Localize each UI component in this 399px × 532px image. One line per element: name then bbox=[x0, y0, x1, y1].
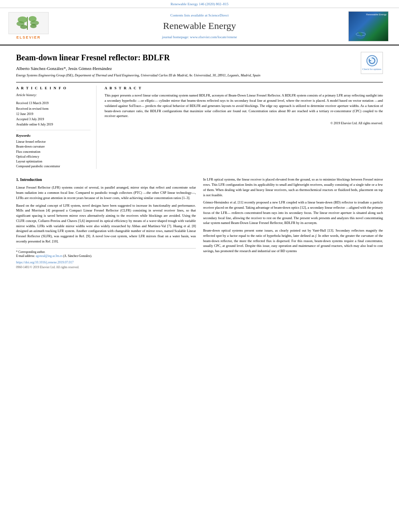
body-para-2: Based on the original concept of LFR sys… bbox=[16, 203, 196, 244]
keyword-4: Optical efficiency bbox=[16, 154, 90, 159]
body-para-1: Linear Fresnel Reflector (LFR) systems c… bbox=[16, 185, 196, 200]
abstract-text: This paper presents a novel linear solar… bbox=[105, 93, 383, 119]
article-history-label: Article history: bbox=[16, 93, 90, 98]
issn-text: 0960-1481/© 2019 Elsevier Ltd. All right… bbox=[16, 265, 196, 270]
doi-anchor[interactable]: https://doi.org/10.1016/j.renene.2019.07… bbox=[16, 261, 74, 264]
body-section: 1. Introduction Linear Fresnel Reflector… bbox=[0, 173, 399, 273]
science-direct-anchor[interactable]: ScienceDirect bbox=[208, 13, 228, 17]
journal-title: Renewable Energy bbox=[55, 19, 344, 33]
body-para-5: Beam-down optical systems present some i… bbox=[203, 228, 383, 254]
article-info-heading: A R T I C L E I N F O bbox=[16, 86, 90, 91]
svg-point-6 bbox=[30, 24, 37, 28]
copyright-text: © 2019 Elsevier Ltd. All rights reserved… bbox=[105, 121, 383, 125]
paper-affiliation: Energy Systems Engineering Group (ISE), … bbox=[16, 73, 383, 78]
science-direct-link[interactable]: Contents lists available at ScienceDirec… bbox=[55, 13, 344, 18]
cover-title-text: Renewable Energy bbox=[366, 13, 387, 16]
check-updates-badge[interactable]: Check for updates bbox=[361, 52, 383, 74]
body-right-column: In LFR optical systems, the linear recei… bbox=[203, 177, 383, 269]
intro-heading: 1. Introduction bbox=[16, 177, 196, 183]
keywords-heading: Keywords: bbox=[16, 134, 90, 138]
body-para-4: Gómez-Hernández et al. [11] recently pro… bbox=[203, 200, 383, 226]
abstract-column: A B S T R A C T This paper presents a no… bbox=[105, 86, 383, 169]
paper-authors: Alberto Sánchez-González*, Jesús Gómez-H… bbox=[16, 66, 383, 72]
svg-point-5 bbox=[20, 25, 27, 29]
homepage-url[interactable]: www.elsevier.com/locate/renene bbox=[190, 35, 237, 39]
paper-area: Check for updates Beam-down linear Fresn… bbox=[0, 45, 399, 173]
keyword-2: Beam-down curvature bbox=[16, 144, 90, 149]
keyword-5: Layout optimization bbox=[16, 159, 90, 164]
elsevier-tree-logo bbox=[8, 12, 49, 34]
revised-label: Received in revised form bbox=[16, 107, 90, 111]
available-date: Available online 6 July 2019 bbox=[16, 122, 90, 127]
footnote-corresponding: * Corresponding author. bbox=[16, 250, 196, 255]
keywords-list: Linear fresnel reflector Beam-down curva… bbox=[16, 140, 90, 168]
homepage-label: journal homepage: bbox=[162, 35, 189, 39]
journal-cover-image: Renewable Energy bbox=[348, 11, 389, 41]
keywords-divider bbox=[16, 130, 90, 130]
elsevier-logo: ELSEVIER bbox=[6, 12, 51, 40]
paper-title: Beam-down linear Fresnel reflector: BDLF… bbox=[16, 52, 383, 63]
footnote-email-link[interactable]: agonzal@ing.uc3m.es bbox=[36, 254, 62, 258]
keyword-1: Linear fresnel reflector bbox=[16, 140, 90, 144]
elsevier-logo-area: ELSEVIER bbox=[6, 12, 51, 40]
check-updates-label: Check for updates bbox=[362, 67, 381, 71]
footnote-email: E-mail address: agonzal@ing.uc3m.es (A. … bbox=[16, 254, 196, 259]
journal-homepage: journal homepage: www.elsevier.com/locat… bbox=[55, 35, 344, 40]
article-info-column: A R T I C L E I N F O Article history: R… bbox=[16, 86, 97, 169]
received-date: Received 13 March 2019 bbox=[16, 101, 90, 105]
contents-text: Contents lists available at bbox=[171, 13, 208, 17]
accepted-date: Accepted 3 July 2019 bbox=[16, 117, 90, 121]
journal-cover-area: Renewable Energy bbox=[348, 11, 393, 41]
journal-title-area: Contents lists available at ScienceDirec… bbox=[55, 13, 344, 40]
article-info-abstract-section: A R T I C L E I N F O Article history: R… bbox=[16, 82, 383, 169]
journal-citation-text: Renewable Energy 146 (2020) 802–815 bbox=[171, 2, 228, 6]
journal-header: ELSEVIER Contents lists available at Sci… bbox=[0, 8, 399, 45]
elsevier-wordmark: ELSEVIER bbox=[16, 35, 41, 40]
revised-date: 12 June 2019 bbox=[16, 112, 90, 116]
doi-link[interactable]: https://doi.org/10.1016/j.renene.2019.07… bbox=[16, 260, 196, 265]
body-left-column: 1. Introduction Linear Fresnel Reflector… bbox=[16, 177, 196, 269]
article-dates: Received 13 March 2019 Received in revis… bbox=[16, 101, 90, 127]
footnote-section: * Corresponding author. E-mail address: … bbox=[16, 248, 196, 259]
svg-point-9 bbox=[367, 55, 377, 66]
keyword-6: Compound parabolic concentrator bbox=[16, 164, 90, 168]
abstract-heading: A B S T R A C T bbox=[105, 86, 383, 91]
keyword-3: Flux concentration bbox=[16, 150, 90, 154]
journal-citation-bar: Renewable Energy 146 (2020) 802–815 bbox=[0, 0, 399, 8]
body-para-3: In LFR optical systems, the linear recei… bbox=[203, 177, 383, 197]
